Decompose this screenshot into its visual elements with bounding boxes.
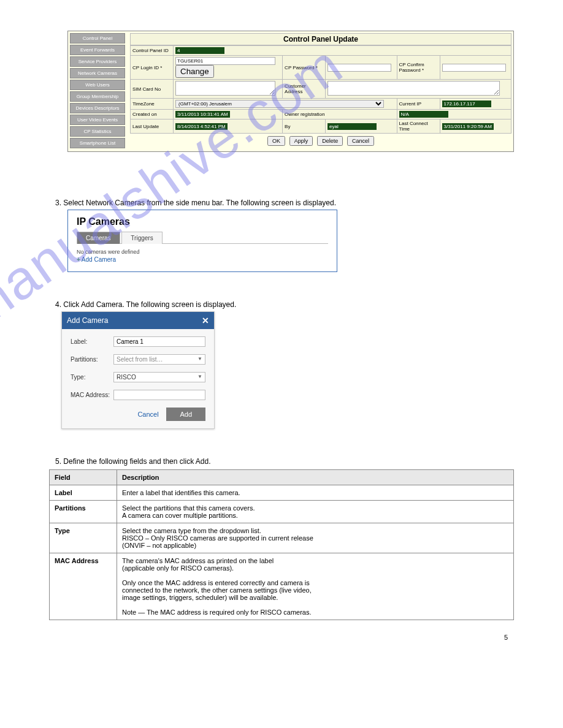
value-last-connect: 3/31/2011 9:20:59 AM [442, 123, 494, 130]
cancel-button[interactable]: Cancel [347, 136, 374, 146]
label-cp-id: Control Panel ID [131, 46, 174, 56]
sidebar-item-web-users[interactable]: Web Users [70, 80, 125, 90]
value-created: 3/11/2013 10:31:41 AM [175, 111, 230, 118]
control-panel-form: Control Panel Update Control Panel ID 4 … [130, 33, 511, 150]
label-confirm-password: CP Confirm Password * [397, 56, 440, 80]
cell-field: Label [50, 485, 117, 501]
cell-field: MAC Address [50, 553, 117, 620]
confirm-password-input[interactable] [442, 64, 506, 72]
add-camera-link[interactable]: +Add Camera [77, 256, 328, 263]
ip-cameras-title: IP Cameras [77, 216, 328, 227]
cell-field: Partitions [50, 501, 117, 523]
mac-input[interactable] [113, 390, 205, 400]
form-title: Control Panel Update [130, 33, 511, 45]
label-created: Created on [131, 110, 174, 119]
label-login: CP Login ID * [131, 56, 174, 80]
sidebar-item-smartphone-list[interactable]: Smartphone List [70, 138, 125, 148]
sim-input[interactable] [175, 81, 275, 96]
no-cameras-text: No cameras were defined [77, 249, 328, 255]
value-owner-reg: N/A [399, 111, 448, 118]
partitions-label: Partitions: [71, 356, 113, 363]
value-by: eyal [327, 123, 377, 130]
dialog-title: Add Camera [67, 316, 108, 325]
step-4-text: 4. Click Add Camera. The following scree… [55, 300, 514, 309]
label-sim: SIM Card No [131, 80, 174, 99]
label-password: CP Password * [283, 56, 326, 80]
tab-triggers[interactable]: Triggers [121, 232, 162, 244]
cell-desc: Select the camera type from the dropdown… [117, 523, 514, 553]
step-5-text: 5. Define the following fields and then … [55, 457, 514, 466]
table-row: Label Enter a label that identifies this… [50, 485, 514, 501]
label-current-ip: Current IP [397, 99, 440, 110]
camera-label-input[interactable] [113, 336, 205, 347]
dialog-add-button[interactable]: Add [166, 408, 205, 421]
label-customer-address: Customer Address [283, 80, 326, 99]
dialog-header: Add Camera ✕ [62, 312, 214, 329]
type-label: Type: [71, 374, 113, 381]
add-camera-dialog: Add Camera ✕ Label: Partitions: Select f… [61, 311, 215, 429]
label-last-update: Last Update [131, 119, 174, 134]
sidebar-item-devices-descriptors[interactable]: Devices Descriptors [70, 103, 125, 113]
sidebar-item-group-membership[interactable]: Group Membership [70, 91, 125, 102]
ok-button[interactable]: OK [267, 136, 285, 146]
mac-label: MAC Address: [71, 392, 113, 398]
value-cp-id: 4 [175, 47, 224, 54]
tab-cameras[interactable]: Cameras [77, 232, 120, 244]
table-row: Type Select the camera type from the dro… [50, 523, 514, 553]
delete-button[interactable]: Delete [317, 136, 343, 146]
form-button-row: OK Apply Delete Cancel [130, 134, 511, 148]
password-input[interactable] [327, 64, 391, 72]
table-row: Partitions Select the partitions that th… [50, 501, 514, 523]
sidebar-item-network-cameras[interactable]: Network Cameras [70, 68, 125, 78]
cell-field: Type [50, 523, 117, 553]
sidebar: Control Panel Event Forwards Service Pro… [70, 33, 125, 150]
control-panel-update-screenshot: Control Panel Event Forwards Service Pro… [67, 31, 514, 152]
step-3-text: 3. Select Network Cameras from the side … [55, 199, 514, 207]
tab-bar: Cameras Triggers [77, 231, 328, 244]
table-row: MAC Address The camera's MAC address as … [50, 553, 514, 620]
sidebar-item-user-video-events[interactable]: User Video Events [70, 115, 125, 125]
col-field: Field [50, 470, 117, 485]
fields-definition-table: Field Description Label Enter a label th… [49, 469, 514, 620]
customer-address-input[interactable] [327, 81, 500, 96]
label-last-connect: Last Connect Time [397, 119, 440, 134]
add-camera-label: Add Camera [82, 256, 116, 263]
cell-desc: Select the partitions that this camera c… [117, 501, 514, 523]
close-icon[interactable]: ✕ [202, 316, 209, 325]
sidebar-item-service-providers[interactable]: Service Providers [70, 56, 125, 67]
apply-button[interactable]: Apply [289, 136, 313, 146]
type-select[interactable]: RISCO [113, 372, 205, 382]
timezone-select[interactable]: (GMT+02:00) Jerusalem [175, 100, 384, 108]
plus-icon: + [77, 256, 80, 263]
change-button[interactable]: Change [175, 65, 214, 78]
cell-desc: The camera's MAC address as printed on t… [117, 553, 514, 620]
label-timezone: TimeZone [131, 99, 174, 110]
label-by: By [283, 119, 326, 134]
col-description: Description [117, 470, 514, 485]
label-field-label: Label: [71, 338, 113, 345]
sidebar-item-cp-statistics[interactable]: CP Statistics [70, 126, 125, 137]
value-last-update: 8/14/2013 4:52:41 PM [175, 123, 228, 130]
login-input[interactable] [175, 57, 275, 65]
dialog-cancel-link[interactable]: Cancel [137, 411, 158, 418]
sidebar-item-event-forwards[interactable]: Event Forwards [70, 45, 125, 55]
label-owner-reg: Owner registration [283, 110, 397, 119]
partitions-select[interactable]: Select from list… [113, 354, 205, 365]
sidebar-item-control-panel[interactable]: Control Panel [70, 33, 125, 44]
value-current-ip: 172.16.17.117 [442, 100, 491, 107]
cell-desc: Enter a label that identifies this camer… [117, 485, 514, 501]
page-number: 5 [49, 634, 508, 641]
ip-cameras-panel: IP Cameras Cameras Triggers No cameras w… [67, 210, 337, 272]
